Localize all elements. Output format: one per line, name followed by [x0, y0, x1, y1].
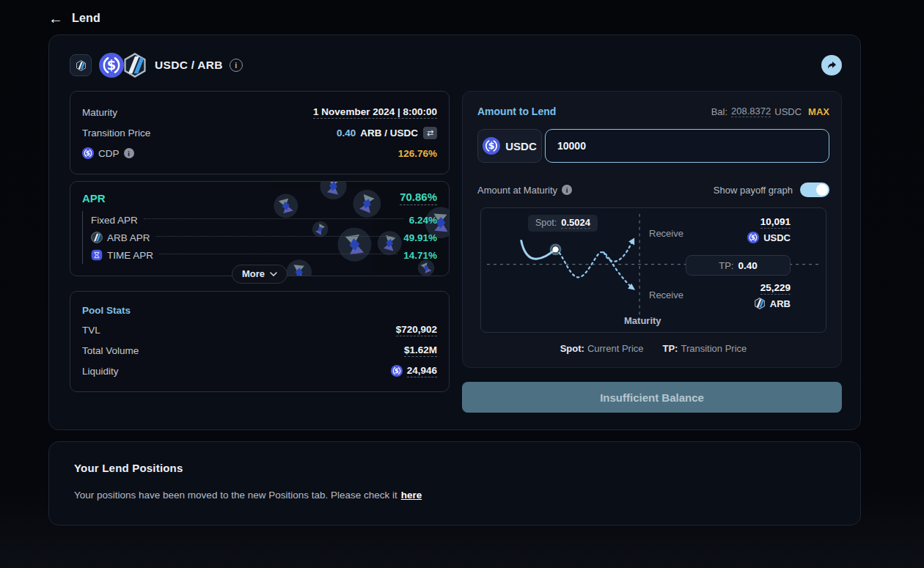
receive-arb-token: ARB	[770, 298, 791, 309]
maturity-row: Maturity 1 November 2024 | 8:00:00	[82, 102, 437, 122]
lend-positions-card: Your Lend Positions Your positions have …	[48, 441, 861, 525]
liquidity-value[interactable]: 24,946	[407, 365, 437, 377]
amount-at-maturity-info-icon[interactable]: i	[562, 185, 572, 195]
transition-price-label: Transition Price	[82, 128, 150, 139]
legend-tp-desc: Transition Price	[681, 343, 747, 354]
pair-info-icon[interactable]: i	[230, 59, 243, 72]
receive-usdc-value[interactable]: 10,091	[760, 216, 791, 229]
usdc-icon	[82, 147, 94, 159]
maturity-axis-label: Maturity	[624, 315, 661, 326]
receive-usdc-amount: 10,091 USDC	[747, 215, 791, 243]
usdc-icon	[99, 53, 124, 78]
cdp-row: CDP i 126.76%	[82, 143, 437, 163]
amount-input[interactable]	[545, 129, 829, 163]
lend-positions-title: Your Lend Positions	[74, 462, 835, 474]
apr-total-value[interactable]: 70.86%	[400, 191, 437, 205]
more-button[interactable]: More	[232, 265, 287, 284]
apr-row-time: TIME APR 14.71%	[91, 246, 437, 264]
arbitrum-network-icon	[76, 60, 87, 71]
transition-price-box: TP: 0.40	[686, 255, 791, 276]
receive-arb-value[interactable]: 25,229	[760, 282, 791, 295]
transition-price-value: 0.40	[337, 128, 356, 139]
amount-to-lend-title: Amount to Lend	[477, 106, 556, 117]
transition-price-unit: ARB / USDC	[360, 128, 418, 139]
spot-value[interactable]: 0.5024	[561, 217, 590, 229]
liquidity-label: Liquidity	[82, 366, 119, 377]
back-button[interactable]: ←	[48, 11, 63, 26]
fixed-apr-label: Fixed APR	[91, 215, 138, 226]
total-volume-value[interactable]: $1.62M	[404, 344, 437, 357]
tvl-row: TVL $720,902	[82, 320, 437, 340]
page-title: Lend	[72, 12, 100, 25]
payoff-graph-toggle[interactable]	[800, 182, 829, 197]
balance-value[interactable]: 208.8372	[731, 106, 771, 117]
legend-tp-term: TP:	[663, 343, 678, 354]
apr-title: APR	[82, 192, 106, 204]
total-volume-row: Total Volume $1.62M	[82, 340, 437, 361]
positions-here-link[interactable]: here	[401, 490, 422, 501]
amount-at-maturity-label: Amount at Maturity	[477, 185, 557, 196]
cdp-value: 126.76%	[398, 148, 437, 159]
chevron-down-icon	[270, 272, 277, 276]
legend-spot-term: Spot:	[560, 343, 584, 354]
arb-round-icon	[91, 232, 103, 243]
tp-label: TP:	[719, 260, 733, 271]
pool-stats-title: Pool Stats	[82, 300, 437, 320]
maturity-label: Maturity	[82, 107, 117, 118]
apr-row-arb: ARB APR 49.91%	[91, 229, 437, 246]
arb-icon	[754, 298, 766, 309]
share-icon	[826, 59, 837, 71]
usdc-icon	[391, 365, 403, 377]
balance-unit: USDC	[774, 106, 802, 117]
pair-header: USDC / ARB i	[70, 53, 243, 78]
arb-icon	[122, 53, 147, 78]
more-label: More	[242, 268, 265, 279]
tp-value: 0.40	[738, 260, 757, 271]
legend-spot-desc: Current Price	[587, 343, 644, 354]
usdc-icon	[483, 137, 500, 155]
balance-label: Bal:	[711, 106, 727, 117]
tvl-value[interactable]: $720,902	[396, 324, 437, 336]
cdp-label: CDP	[98, 148, 120, 159]
max-button[interactable]: MAX	[808, 106, 829, 117]
graph-legend: Spot:Current Price TP:Transition Price	[477, 343, 829, 354]
transition-price-row: Transition Price 0.40 ARB / USDC ⇄	[82, 122, 437, 143]
positions-message: Your positions have been moved to the ne…	[74, 490, 397, 501]
pool-stats-card: Pool Stats TVL $720,902 Total Volume $1.…	[70, 291, 450, 392]
share-button[interactable]	[821, 55, 842, 75]
maturity-card: Maturity 1 November 2024 | 8:00:00 Trans…	[70, 91, 450, 174]
pair-title: USDC / ARB	[155, 59, 223, 72]
receive-arb-amount: 25,229 ARB	[754, 281, 791, 309]
tvl-label: TVL	[82, 325, 100, 336]
cdp-info-icon[interactable]: i	[124, 148, 134, 158]
apr-card: APR 70.86% Fixed APR 6.24% ARB APR	[70, 181, 450, 276]
time-token-icon	[91, 249, 103, 261]
liquidity-row: Liquidity 24,946	[82, 361, 437, 381]
lend-action-button[interactable]: Insufficient Balance	[462, 382, 842, 413]
total-volume-label: Total Volume	[82, 345, 139, 356]
apr-row-fixed: Fixed APR 6.24%	[91, 211, 437, 229]
time-apr-label: TIME APR	[107, 250, 153, 261]
time-apr-value: 14.71%	[403, 250, 437, 261]
maturity-value[interactable]: 1 November 2024 | 8:00:00	[313, 106, 437, 119]
spot-price-badge: Spot: 0.5024	[528, 215, 598, 232]
network-badge	[70, 54, 92, 76]
receive-usdc-token: USDC	[763, 232, 791, 243]
show-payoff-graph-label: Show payoff graph	[714, 185, 793, 196]
arb-apr-label: ARB APR	[107, 232, 150, 243]
spot-label: Spot:	[535, 218, 557, 228]
swap-direction-icon[interactable]: ⇄	[423, 127, 437, 139]
payoff-graph: Spot: 0.5024 Receive Receive 10,091 USDC…	[480, 207, 826, 333]
token-selector[interactable]: USDC	[477, 129, 542, 163]
usdc-icon	[747, 232, 759, 243]
receive-bottom-label: Receive	[649, 289, 683, 300]
arb-apr-value: 49.91%	[403, 232, 437, 243]
receive-top-label: Receive	[649, 228, 683, 239]
lend-panel: Amount to Lend Bal: 208.8372 USDC MAX US…	[462, 91, 842, 368]
page-header: ← Lend	[48, 11, 924, 26]
token-symbol: USDC	[505, 140, 537, 152]
pool-card: USDC / ARB i Maturity 1 November 2024 | …	[48, 34, 861, 430]
fixed-apr-value: 6.24%	[409, 215, 437, 226]
